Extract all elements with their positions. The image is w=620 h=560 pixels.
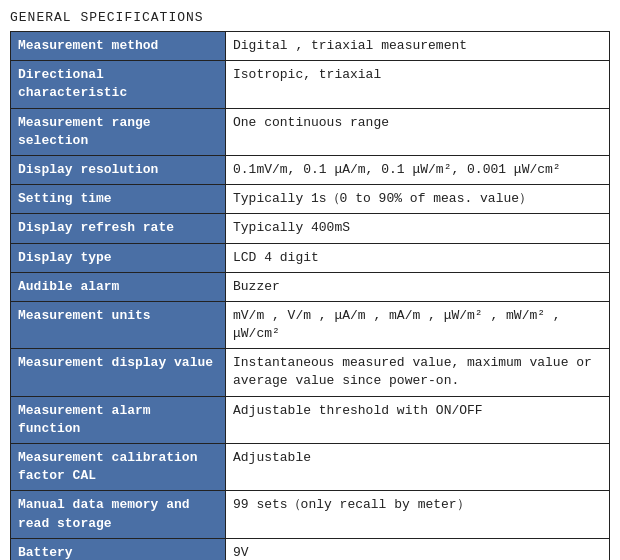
spec-label: Setting time [11,185,226,214]
spec-value: 9V [226,538,610,560]
table-row: Directional characteristicIsotropic, tri… [11,61,610,108]
spec-value: Buzzer [226,272,610,301]
table-row: Measurement alarm functionAdjustable thr… [11,396,610,443]
spec-label: Measurement display value [11,349,226,396]
spec-label: Display type [11,243,226,272]
spec-value: 0.1mV/m, 0.1 μA/m, 0.1 μW/m², 0.001 μW/c… [226,155,610,184]
spec-value: Typically 400mS [226,214,610,243]
table-row: Measurement methodDigital , triaxial mea… [11,32,610,61]
spec-value: 99 sets（only recall by meter） [226,491,610,538]
spec-label: Battery [11,538,226,560]
spec-value: Typically 1s（0 to 90% of meas. value） [226,185,610,214]
table-row: Display typeLCD 4 digit [11,243,610,272]
spec-label: Directional characteristic [11,61,226,108]
spec-value: Instantaneous measured value, maximum va… [226,349,610,396]
spec-value: LCD 4 digit [226,243,610,272]
spec-label: Display resolution [11,155,226,184]
spec-label: Measurement method [11,32,226,61]
table-row: Measurement unitsmV/m , V/m , μA/m , mA/… [11,301,610,348]
table-row: Display resolution0.1mV/m, 0.1 μA/m, 0.1… [11,155,610,184]
specs-table: Measurement methodDigital , triaxial mea… [10,31,610,560]
spec-value: mV/m , V/m , μA/m , mA/m , μW/m² , mW/m²… [226,301,610,348]
spec-value: One continuous range [226,108,610,155]
spec-value: Isotropic, triaxial [226,61,610,108]
spec-label: Audible alarm [11,272,226,301]
spec-label: Manual data memory and read storage [11,491,226,538]
table-row: Measurement range selectionOne continuou… [11,108,610,155]
table-row: Measurement calibration factor CALAdjust… [11,444,610,491]
table-row: Audible alarmBuzzer [11,272,610,301]
table-row: Setting timeTypically 1s（0 to 90% of mea… [11,185,610,214]
table-row: Battery9V [11,538,610,560]
table-row: Manual data memory and read storage99 se… [11,491,610,538]
spec-value: Adjustable threshold with ON/OFF [226,396,610,443]
spec-label: Measurement alarm function [11,396,226,443]
spec-value: Digital , triaxial measurement [226,32,610,61]
spec-label: Display refresh rate [11,214,226,243]
section-title: GENERAL SPECIFICATIONS [10,10,610,25]
spec-label: Measurement range selection [11,108,226,155]
table-row: Measurement display valueInstantaneous m… [11,349,610,396]
table-row: Display refresh rateTypically 400mS [11,214,610,243]
spec-value: Adjustable [226,444,610,491]
spec-label: Measurement units [11,301,226,348]
spec-label: Measurement calibration factor CAL [11,444,226,491]
